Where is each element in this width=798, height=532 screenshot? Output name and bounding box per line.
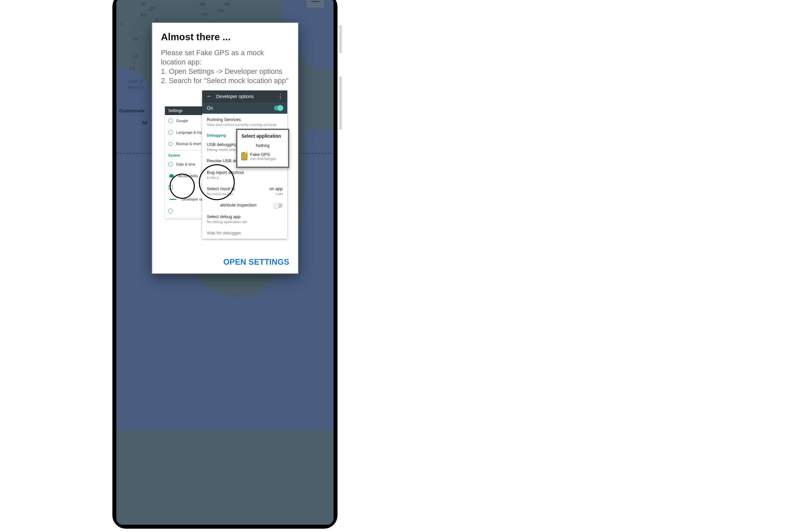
dev-attribute-inspection: attribute inspection xyxy=(202,199,287,211)
sublabel: View and control currently running servi… xyxy=(207,123,283,127)
fakegps-package: com.lexa.fakegps xyxy=(250,157,276,160)
label: Backup & reset xyxy=(176,141,201,146)
fakegps-name: Fake GPS xyxy=(250,152,276,157)
dev-select-debug-app: Select debug app No debug application se… xyxy=(202,211,287,227)
developer-icon xyxy=(169,199,174,200)
popup-option-nothing: Nothing xyxy=(241,141,284,150)
label: Select debug app xyxy=(207,214,283,219)
label: Google xyxy=(176,119,188,123)
label: attribute inspection xyxy=(207,203,283,208)
dialog-instructions: Please set Fake GPS as a mock location a… xyxy=(161,49,289,86)
mock-right-t: on app xyxy=(269,186,283,191)
select-application-popup: Select application Nothing Fake GPS com.… xyxy=(236,129,289,168)
label: Wait for debugger xyxy=(207,230,283,235)
phone-frame: NB NE KS IA MO OK AR MS LA IL WI MI IN T… xyxy=(112,0,338,529)
phone-screen: NB NE KS IA MO OK AR MS LA IL WI MI IN T… xyxy=(116,0,334,525)
mock-location-dialog: Almost there ... Please set Fake GPS as … xyxy=(152,23,298,273)
info-icon xyxy=(168,209,173,213)
popup-title: Select application xyxy=(241,133,284,139)
dialog-title: Almost there ... xyxy=(161,32,289,42)
sublabel: No debug application set xyxy=(207,220,283,224)
globe-icon xyxy=(168,130,173,135)
dev-running-services: Running Services View and control curren… xyxy=(202,114,287,130)
google-icon xyxy=(168,118,173,123)
toggle-off-icon xyxy=(274,203,283,208)
dev-on-label: On xyxy=(207,106,213,111)
phone-volume-button xyxy=(339,76,342,130)
popup-option-fakegps: Fake GPS com.lexa.fakegps xyxy=(241,150,284,163)
cloud-icon xyxy=(168,142,173,146)
toggle-on-icon xyxy=(274,106,283,110)
instruction-screenshot: Settings Google Language & input Backup … xyxy=(152,91,298,233)
dialog-footer: OPEN SETTINGS xyxy=(152,251,298,273)
label: Running Services xyxy=(207,117,283,122)
label: Date & time xyxy=(176,162,195,166)
back-icon: ← xyxy=(206,93,212,100)
dev-wait-debugger: Wait for debugger xyxy=(202,227,287,239)
highlight-circle-icon xyxy=(170,174,195,199)
label: Language & input xyxy=(176,130,205,134)
dev-appbar: ← Developer options ⋮ xyxy=(202,91,287,102)
dev-appbar-title: Developer options xyxy=(216,94,254,99)
dev-master-toggle-row: On xyxy=(202,102,287,114)
open-settings-button[interactable]: OPEN SETTINGS xyxy=(223,258,289,267)
phone-power-button xyxy=(339,25,342,53)
highlight-circle-icon xyxy=(199,164,235,200)
clock-icon xyxy=(168,162,173,167)
fakegps-icon xyxy=(241,152,247,160)
mock-right-s: t set xyxy=(276,192,283,196)
more-icon: ⋮ xyxy=(277,93,283,100)
